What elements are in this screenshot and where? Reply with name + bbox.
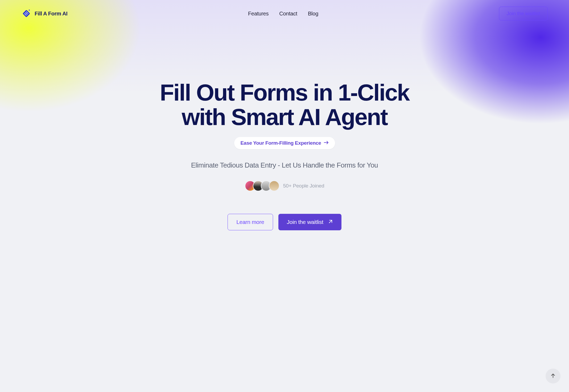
header-join-waitlist-button[interactable]: Join the waitlist [499, 7, 548, 20]
learn-more-button[interactable]: Learn more [228, 214, 273, 230]
hero-section: Fill Out Forms in 1-Click with Smart AI … [0, 27, 569, 257]
header: Fill A Form AI Features Contact Blog Joi… [0, 0, 569, 27]
hero-title: Fill Out Forms in 1-Click with Smart AI … [151, 80, 418, 130]
hero-subheading: Eliminate Tedious Data Entry - Let Us Ha… [0, 161, 569, 169]
join-waitlist-label: Join the waitlist [287, 219, 323, 225]
join-waitlist-button[interactable]: Join the waitlist [278, 214, 341, 230]
ease-pill-button[interactable]: Ease Your Form-Filling Experience [234, 137, 335, 149]
social-proof: 50+ People Joined [0, 181, 569, 191]
avatar-stack [245, 181, 279, 191]
scroll-to-top-button[interactable] [546, 369, 560, 383]
nav-link-contact[interactable]: Contact [279, 11, 297, 17]
arrow-up-right-icon [328, 219, 333, 225]
nav-link-blog[interactable]: Blog [308, 11, 318, 17]
ease-pill-label: Ease Your Form-Filling Experience [241, 140, 321, 146]
social-proof-text: 50+ People Joined [283, 183, 324, 189]
cta-button-group: Learn more Join the waitlist [0, 214, 569, 230]
arrow-up-icon [550, 373, 556, 379]
logo-icon [21, 9, 31, 19]
main-nav: Features Contact Blog [248, 11, 318, 17]
nav-link-features[interactable]: Features [248, 11, 269, 17]
logo-section[interactable]: Fill A Form AI [21, 9, 68, 19]
arrow-right-icon [324, 141, 329, 145]
avatar [269, 181, 279, 191]
brand-name: Fill A Form AI [35, 11, 68, 17]
